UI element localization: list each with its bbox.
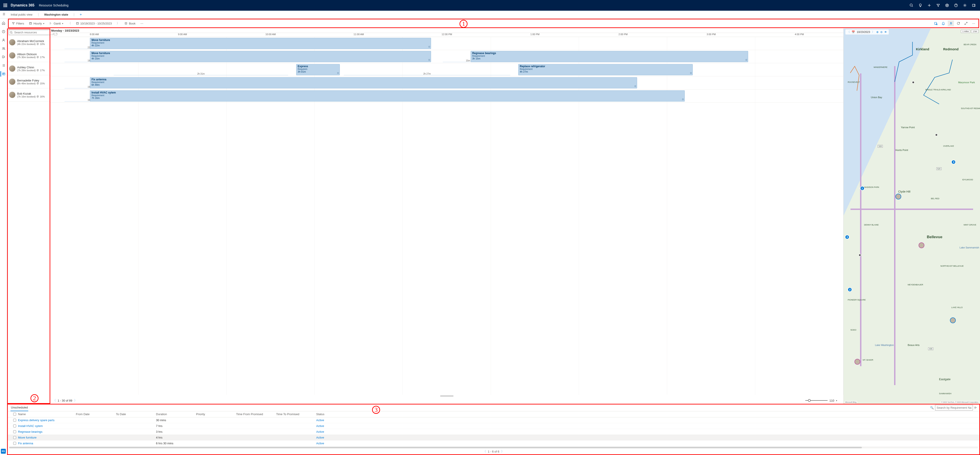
- svg-point-3: [964, 5, 966, 6]
- tab-menu-icon[interactable]: ⋮: [73, 13, 75, 16]
- app-header: Dynamics 365 Resource Scheduling: [0, 0, 980, 11]
- svg-point-1: [947, 5, 948, 6]
- add-tab-button[interactable]: ＋: [79, 12, 83, 17]
- module-name: Resource Scheduling: [39, 3, 68, 7]
- panel-icon[interactable]: [969, 0, 978, 11]
- product-name: Dynamics 365: [11, 3, 35, 7]
- lightbulb-icon[interactable]: [916, 0, 925, 11]
- add-icon[interactable]: [925, 0, 934, 11]
- filter-icon[interactable]: [934, 0, 943, 11]
- view-tab-washington[interactable]: Washington state: [43, 13, 69, 16]
- assistant-icon[interactable]: [961, 0, 969, 11]
- svg-rect-4: [972, 4, 975, 7]
- hamburger-icon[interactable]: ☰: [3, 13, 5, 16]
- help-icon[interactable]: [951, 0, 961, 11]
- view-tab-initial[interactable]: Initial public view: [10, 13, 33, 16]
- search-icon[interactable]: [907, 0, 916, 11]
- app-launcher-icon[interactable]: [2, 2, 9, 9]
- svg-point-0: [910, 4, 912, 6]
- tab-menu-icon[interactable]: ⋮: [37, 13, 40, 16]
- settings-icon[interactable]: [943, 0, 951, 11]
- view-tabs: Initial public view ⋮ Washington state ⋮…: [0, 11, 980, 19]
